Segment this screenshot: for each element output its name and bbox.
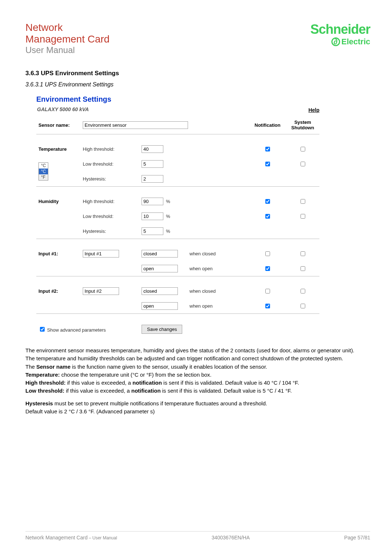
hum-low-notif-checkbox[interactable] xyxy=(265,214,270,219)
input1-closed-input[interactable] xyxy=(142,250,178,258)
desc-p6: Low threshold: if this value is exceeded… xyxy=(25,387,370,394)
temp-high-shut-checkbox[interactable] xyxy=(301,147,305,151)
input2-closed-notif-checkbox[interactable] xyxy=(265,289,270,293)
input1-closed-notif-checkbox[interactable] xyxy=(265,251,270,256)
input2-open-input[interactable] xyxy=(142,302,178,310)
doc-title-line2: Management Card xyxy=(25,33,110,45)
device-name: GALAXY 5000 60 kVA xyxy=(36,104,90,116)
hum-high-shut-checkbox[interactable] xyxy=(301,199,305,204)
temp-high-label: High threshold: xyxy=(81,142,139,157)
hum-hyst-input[interactable] xyxy=(142,227,163,235)
temperature-label: Temperature xyxy=(36,142,81,157)
input1-name-input[interactable] xyxy=(83,250,119,258)
input1-when-closed: when closed xyxy=(187,246,249,261)
help-link[interactable]: Help xyxy=(309,107,319,113)
input2-open-notif-checkbox[interactable] xyxy=(265,304,270,308)
desc-p3: The Sensor name is the function name giv… xyxy=(25,363,370,370)
temp-low-label: Low threshold: xyxy=(81,157,139,171)
logo-text-top: Schneider xyxy=(310,22,370,37)
input2-when-closed: when closed xyxy=(187,284,249,299)
input1-label: Input #1: xyxy=(36,246,81,261)
hum-high-input[interactable] xyxy=(142,198,163,205)
col-notification: Notification xyxy=(249,116,286,134)
footer-mid: 34003676EN/HA xyxy=(212,535,250,540)
doc-subtitle: User Manual xyxy=(25,45,110,55)
hum-low-label: Low threshold: xyxy=(81,209,139,224)
desc-p8: Default value is 2 °C / 3.6 °F. (Advance… xyxy=(25,408,370,415)
subsection-heading: 3.6.3.1 UPS Environment Settings xyxy=(25,81,370,88)
input2-name-input[interactable] xyxy=(83,287,119,295)
temp-high-input[interactable] xyxy=(142,145,163,153)
input2-label: Input #2: xyxy=(36,284,81,299)
desc-p7: Hysteresis must be set to prevent multip… xyxy=(25,400,370,407)
panel-title: Environment Settings xyxy=(36,95,370,104)
input1-open-shut-checkbox[interactable] xyxy=(301,266,305,271)
footer-right: Page 57/81 xyxy=(344,535,370,540)
show-advanced-checkbox[interactable] xyxy=(40,327,45,332)
logo-text-bottom: ∂ Electric xyxy=(331,37,371,46)
input2-when-open: when open xyxy=(187,299,249,314)
section-heading: 3.6.3 UPS Environment Settings xyxy=(25,70,370,77)
hum-low-input[interactable] xyxy=(142,212,163,220)
input1-closed-shut-checkbox[interactable] xyxy=(301,251,305,256)
desc-p5: High threshold: if this value is exceede… xyxy=(25,379,370,386)
temp-low-shut-checkbox[interactable] xyxy=(301,162,305,166)
humidity-label: Humidity xyxy=(36,194,81,209)
hum-low-shut-checkbox[interactable] xyxy=(301,214,305,219)
input2-closed-shut-checkbox[interactable] xyxy=(301,289,305,293)
temp-hyst-input[interactable] xyxy=(142,175,163,183)
schneider-logo: Schneider ∂ Electric xyxy=(310,22,370,46)
desc-p1: The environment sensor measures temperat… xyxy=(25,347,370,354)
col-shutdown: System Shutdown xyxy=(286,116,319,134)
input2-closed-input[interactable] xyxy=(142,287,178,295)
sensor-name-input[interactable] xyxy=(83,121,188,129)
desc-p2: The temperature and humidity thresholds … xyxy=(25,355,370,362)
input2-open-shut-checkbox[interactable] xyxy=(301,304,305,308)
temp-high-notif-checkbox[interactable] xyxy=(265,147,270,151)
input1-open-input[interactable] xyxy=(142,265,178,272)
save-changes-button[interactable]: Save changes xyxy=(142,325,182,334)
hum-high-notif-checkbox[interactable] xyxy=(265,199,270,204)
input1-when-open: when open xyxy=(187,261,249,276)
temp-low-input[interactable] xyxy=(142,160,163,168)
logo-symbol-icon: ∂ xyxy=(331,37,340,46)
col-sensor-name: Sensor name: xyxy=(36,116,81,134)
desc-p4: Temperature: choose the temperature unit… xyxy=(25,371,370,378)
input1-open-notif-checkbox[interactable] xyxy=(265,266,270,271)
temp-hyst-label: Hysteresis: xyxy=(81,171,139,187)
footer-left: Network Management Card – User Manual xyxy=(25,535,117,540)
doc-title-line1: Network xyxy=(25,22,110,33)
hum-high-label: High threshold: xyxy=(81,194,139,209)
hum-hyst-label: Hysteresis: xyxy=(81,224,139,239)
temp-low-notif-checkbox[interactable] xyxy=(265,162,270,166)
show-advanced-label: Show advanced parameters xyxy=(47,327,106,333)
temperature-unit-select[interactable]: °C °C °F xyxy=(38,162,48,181)
